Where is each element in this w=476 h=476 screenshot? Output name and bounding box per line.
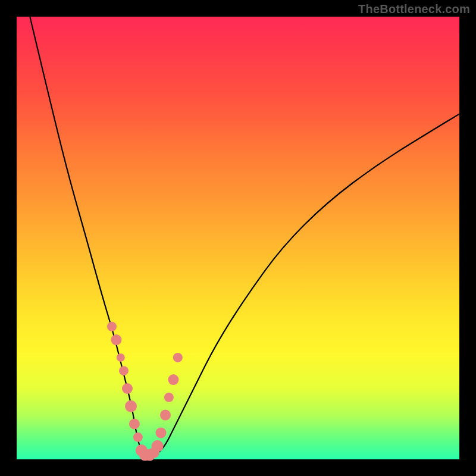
- marker-dot: [160, 410, 171, 421]
- marker-dot: [117, 353, 125, 362]
- marker-dot: [125, 400, 137, 412]
- marker-dot: [156, 427, 167, 438]
- bottleneck-curve: [30, 17, 459, 456]
- watermark-text: TheBottleneck.com: [358, 2, 470, 16]
- curve-markers: [107, 322, 183, 461]
- marker-dot: [133, 433, 143, 442]
- marker-dot: [164, 393, 174, 402]
- marker-dot: [173, 353, 183, 362]
- marker-dot: [152, 440, 164, 452]
- marker-dot: [129, 419, 140, 430]
- marker-dot: [119, 366, 129, 375]
- plot-area: [17, 17, 459, 459]
- chart-frame: TheBottleneck.com: [0, 0, 476, 476]
- marker-dot: [122, 383, 133, 394]
- curve-svg: [17, 17, 459, 459]
- marker-dot: [107, 322, 117, 331]
- marker-dot: [111, 334, 121, 345]
- marker-dot: [168, 374, 178, 385]
